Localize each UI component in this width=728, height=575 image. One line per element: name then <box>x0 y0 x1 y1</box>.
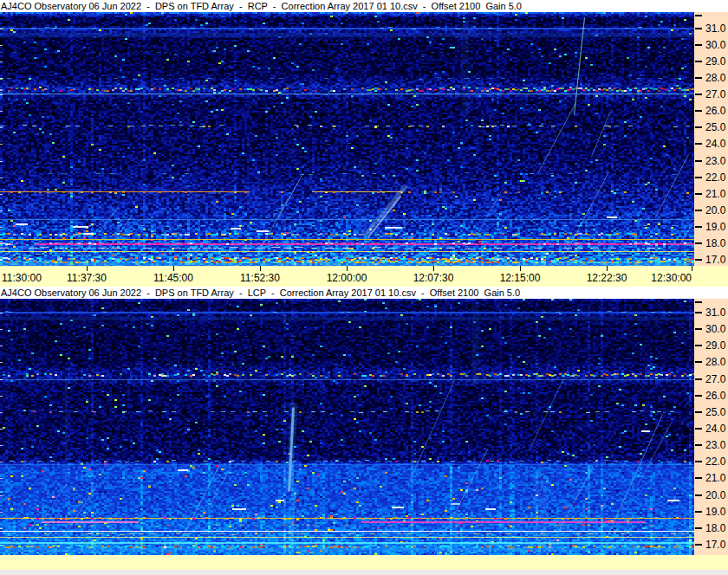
freq-tick <box>695 494 702 496</box>
freq-tick-label: 30.0 <box>705 40 725 50</box>
time-tick-label: 11:30:00 <box>2 272 42 284</box>
time-tick-label: 12:07:30 <box>413 272 454 284</box>
plot-row-rcp: 31.030.029.028.027.026.025.024.023.022.0… <box>0 12 728 266</box>
time-tick <box>347 266 348 271</box>
freq-tick-label: 20.0 <box>705 205 725 216</box>
freq-tick-label: 22.0 <box>705 172 725 183</box>
freq-tick <box>695 378 702 380</box>
window-bottom-edge <box>0 570 728 575</box>
spectrogram-panel-lcp: AJ4CO Observatory 06 Jun 2022 - DPS on T… <box>0 287 728 570</box>
panel-title-rcp: AJ4CO Observatory 06 Jun 2022 - DPS on T… <box>0 0 728 12</box>
freq-tick <box>695 126 702 128</box>
freq-tick-label: 29.0 <box>705 340 725 351</box>
freq-tick <box>695 361 702 363</box>
freq-tick-label: 19.0 <box>705 507 725 517</box>
freq-tick <box>695 428 702 430</box>
freq-tick <box>695 77 702 79</box>
time-tick-label: 12:22:30 <box>587 272 627 284</box>
freq-tick-label: 24.0 <box>705 423 725 434</box>
freq-tick-label: 27.0 <box>705 374 725 384</box>
freq-tick <box>695 15 702 16</box>
freq-tick <box>695 226 702 228</box>
freq-tick-label: 31.0 <box>705 307 725 318</box>
freq-tick <box>695 28 702 29</box>
freq-tick <box>695 210 702 211</box>
freq-tick-label: 21.0 <box>705 473 725 483</box>
freq-tick-label: 22.0 <box>705 456 725 467</box>
freq-tick <box>695 511 702 513</box>
freq-tick <box>695 395 702 397</box>
spectrogram-rcp <box>0 12 694 266</box>
freq-tick <box>695 527 702 529</box>
time-tick-label: 12:30:00 <box>651 272 692 284</box>
time-tick <box>607 266 608 271</box>
freq-tick <box>695 444 702 446</box>
time-tick <box>173 266 174 271</box>
radio-sky-spectrograph-window: AJ4CO Observatory 06 Jun 2022 - DPS on T… <box>0 0 728 575</box>
time-axis-rcp: 11:30:0011:37:3011:45:0011:52:3012:00:00… <box>0 266 728 287</box>
spectrogram-panel-rcp: AJ4CO Observatory 06 Jun 2022 - DPS on T… <box>0 0 728 287</box>
freq-tick <box>695 193 702 195</box>
spectrogram-lcp <box>0 299 694 555</box>
freq-tick-label: 26.0 <box>705 106 725 116</box>
freq-tick-label: 24.0 <box>705 139 725 149</box>
freq-tick-label: 30.0 <box>705 324 725 334</box>
freq-tick <box>695 345 702 346</box>
freq-tick <box>695 301 702 303</box>
freq-tick-label: 18.0 <box>705 523 725 533</box>
time-tick <box>520 266 521 271</box>
freq-tick-label: 23.0 <box>705 156 725 166</box>
freq-tick <box>695 461 702 462</box>
freq-tick-label: 31.0 <box>705 23 725 34</box>
freq-tick <box>695 61 702 62</box>
freq-tick <box>695 143 702 145</box>
time-tick <box>433 266 434 271</box>
freq-tick-label: 27.0 <box>705 89 725 100</box>
freq-tick <box>695 259 702 261</box>
freq-tick <box>695 411 702 413</box>
time-tick <box>260 266 261 271</box>
freq-tick-label: 23.0 <box>705 440 725 450</box>
time-tick-label: 11:37:30 <box>67 272 107 284</box>
time-tick-label: 12:15:00 <box>500 272 541 284</box>
freq-tick <box>695 44 702 46</box>
freq-tick <box>695 177 702 178</box>
freq-tick-label: 25.0 <box>705 407 725 417</box>
time-tick-label: 11:45:00 <box>153 272 193 284</box>
time-axis-lcp-cropped <box>0 555 728 570</box>
freq-tick-label: 26.0 <box>705 391 725 401</box>
freq-tick <box>695 312 702 313</box>
frequency-axis-rcp: 31.030.029.028.027.026.025.024.023.022.0… <box>694 12 728 266</box>
time-tick-label: 12:00:00 <box>327 272 367 284</box>
time-tick <box>87 266 88 271</box>
freq-tick-label: 19.0 <box>705 222 725 232</box>
freq-tick-label: 21.0 <box>705 189 725 199</box>
freq-tick-label: 25.0 <box>705 122 725 132</box>
time-tick-label: 11:52:30 <box>240 272 280 284</box>
time-tick <box>692 266 692 271</box>
freq-tick-label: 17.0 <box>705 255 725 265</box>
freq-tick-label: 29.0 <box>705 56 725 67</box>
freq-tick-label: 18.0 <box>705 238 725 249</box>
freq-tick <box>695 110 702 112</box>
freq-tick <box>695 94 702 95</box>
freq-tick <box>695 544 702 546</box>
freq-tick <box>695 242 702 244</box>
freq-tick-label: 28.0 <box>705 357 725 367</box>
plot-row-lcp: 31.030.029.028.027.026.025.024.023.022.0… <box>0 299 728 555</box>
freq-tick <box>695 328 702 330</box>
freq-tick-label: 20.0 <box>705 490 725 501</box>
freq-tick <box>695 160 702 162</box>
frequency-axis-lcp: 31.030.029.028.027.026.025.024.023.022.0… <box>694 299 728 555</box>
freq-tick-label: 17.0 <box>705 539 725 550</box>
panel-title-lcp: AJ4CO Observatory 06 Jun 2022 - DPS on T… <box>0 287 728 299</box>
freq-tick <box>695 477 702 479</box>
freq-tick-label: 28.0 <box>705 73 725 83</box>
